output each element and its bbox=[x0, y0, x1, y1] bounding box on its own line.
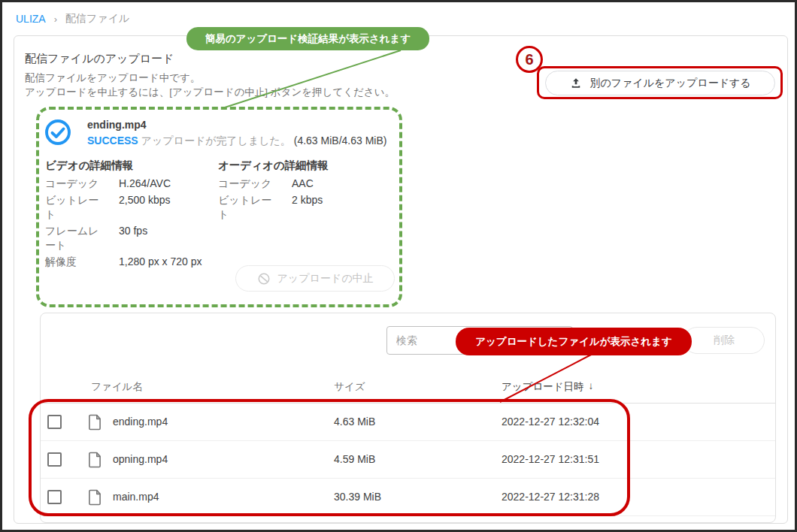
breadcrumb-home-link[interactable]: ULIZA bbox=[16, 13, 46, 25]
file-icon bbox=[87, 452, 102, 471]
column-header-filename[interactable]: ファイル名 bbox=[91, 380, 143, 394]
upload-icon bbox=[569, 77, 583, 90]
table-row[interactable]: opning.mp4 4.59 MiB 2022-12-27 12:31:51 bbox=[41, 441, 775, 479]
file-icon bbox=[87, 489, 102, 509]
upload-description-line2: アップロードを中止するには、[アップロードの中止] ボタンを押してください。 bbox=[25, 86, 395, 99]
upload-description-line1: 配信ファイルをアップロード中です。 bbox=[25, 71, 200, 85]
upload-another-file-button[interactable]: 別のファイルをアップロードする bbox=[545, 71, 775, 95]
table-row[interactable]: main.mp4 30.39 MiB 2022-12-27 12:31:28 bbox=[41, 479, 775, 516]
cell-uploaded-at: 2022-12-27 12:32:04 bbox=[502, 416, 599, 428]
step-number-badge: 6 bbox=[516, 46, 543, 73]
cell-size: 4.63 MiB bbox=[334, 416, 375, 428]
column-header-uploaded-at[interactable]: アップロード日時 ↓ bbox=[502, 380, 593, 394]
table-row[interactable]: ending.mp4 4.63 MiB 2022-12-27 12:32:04 bbox=[41, 404, 775, 441]
cell-filename: ending.mp4 bbox=[113, 416, 168, 428]
delete-button[interactable]: 削除 bbox=[683, 327, 765, 354]
cell-size: 4.59 MiB bbox=[334, 453, 375, 465]
red-annotation-tooltip: アップロードしたファイルが表示されます bbox=[456, 328, 692, 355]
cell-filename: opning.mp4 bbox=[113, 453, 168, 465]
row-checkbox[interactable] bbox=[47, 415, 62, 429]
breadcrumb-current: 配信ファイル bbox=[65, 12, 129, 26]
page-title: 配信ファイルのアップロード bbox=[25, 52, 174, 66]
table-header-row: ファイル名 サイズ アップロード日時 ↓ bbox=[41, 370, 775, 404]
breadcrumb-separator-icon: › bbox=[54, 14, 57, 25]
delete-button-label: 削除 bbox=[714, 334, 735, 347]
green-annotation-tooltip: 簡易のアップロード検証結果が表示されます bbox=[186, 27, 429, 50]
breadcrumb: ULIZA › 配信ファイル bbox=[16, 12, 129, 26]
green-dashed-highlight-box bbox=[36, 107, 402, 307]
row-checkbox[interactable] bbox=[47, 490, 62, 504]
step-number-text: 6 bbox=[525, 51, 533, 68]
cell-filename: main.mp4 bbox=[113, 491, 159, 503]
column-header-uploaded-at-label: アップロード日時 bbox=[502, 380, 584, 394]
row-checkbox[interactable] bbox=[47, 452, 62, 467]
cell-size: 30.39 MiB bbox=[334, 491, 381, 503]
green-annotation-text: 簡易のアップロード検証結果が表示されます bbox=[205, 32, 411, 46]
red-annotation-text: アップロードしたファイルが表示されます bbox=[475, 335, 672, 349]
sort-descending-icon: ↓ bbox=[589, 380, 594, 394]
column-header-size[interactable]: サイズ bbox=[334, 380, 365, 394]
file-icon bbox=[87, 414, 102, 434]
cell-uploaded-at: 2022-12-27 12:31:28 bbox=[502, 491, 599, 503]
uliza-upload-screen: ULIZA › 配信ファイル 配信ファイルのアップロード 配信ファイルをアップロ… bbox=[0, 0, 797, 532]
cell-uploaded-at: 2022-12-27 12:31:51 bbox=[502, 453, 599, 465]
file-table-body: ending.mp4 4.63 MiB 2022-12-27 12:32:04 … bbox=[41, 404, 775, 516]
upload-another-file-label: 別のファイルをアップロードする bbox=[589, 77, 750, 90]
